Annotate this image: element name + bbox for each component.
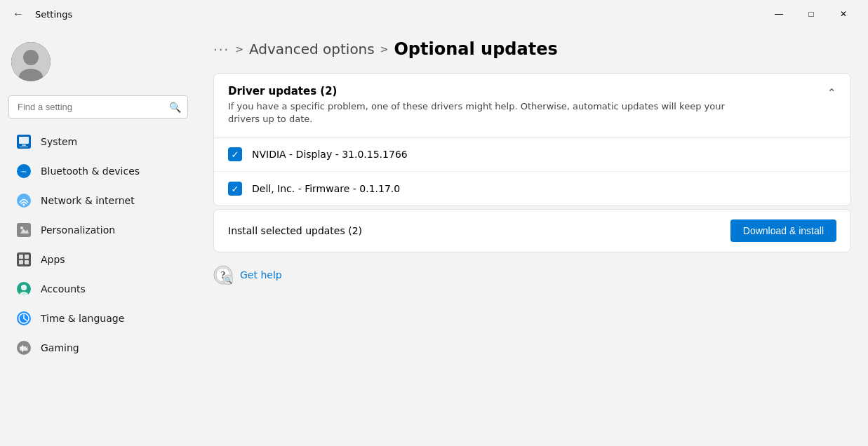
content-area: ··· > Advanced options > Optional update… xyxy=(196,28,868,446)
maximize-button[interactable]: □ xyxy=(795,3,827,25)
window-controls: — □ ✕ xyxy=(763,3,860,25)
svg-point-10 xyxy=(23,204,25,206)
install-footer: Install selected updates (2) Download & … xyxy=(213,209,851,252)
svg-rect-6 xyxy=(20,147,28,147)
search-input[interactable] xyxy=(8,95,188,119)
sidebar-label-network: Network & internet xyxy=(41,195,135,206)
user-profile xyxy=(0,34,196,95)
sidebar-label-system: System xyxy=(41,136,77,147)
driver-item-dell: ✓ Dell, Inc. - Firmware - 0.1.17.0 xyxy=(214,172,850,205)
driver-updates-subtitle: If you have a specific problem, one of t… xyxy=(228,100,733,126)
driver-updates-card: Driver updates (2) If you have a specifi… xyxy=(213,73,851,206)
sidebar-label-bluetooth: Bluetooth & devices xyxy=(41,165,140,177)
svg-text:🔍: 🔍 xyxy=(225,276,233,285)
svg-rect-4 xyxy=(19,137,29,144)
sidebar-item-time[interactable]: Time & language xyxy=(6,304,191,332)
network-icon xyxy=(17,194,31,208)
svg-point-29 xyxy=(27,348,29,349)
help-icon: ? 🔍 xyxy=(213,265,233,285)
driver-updates-header[interactable]: Driver updates (2) If you have a specifi… xyxy=(214,74,850,137)
checkbox-nvidia[interactable]: ✓ xyxy=(228,147,242,161)
driver-label-dell: Dell, Inc. - Firmware - 0.1.17.0 xyxy=(252,183,400,194)
breadcrumb: ··· > Advanced options > Optional update… xyxy=(213,39,851,59)
sidebar-label-gaming: Gaming xyxy=(41,342,79,353)
sidebar-item-personalization[interactable]: Personalization xyxy=(6,216,191,244)
back-button[interactable]: ← xyxy=(8,6,28,22)
chevron-up-icon: ⌃ xyxy=(827,86,836,100)
title-bar: ← Settings — □ ✕ xyxy=(0,0,868,28)
get-help-section: ? 🔍 Get help xyxy=(213,265,851,285)
driver-item-nvidia: ✓ NVIDIA - Display - 31.0.15.1766 xyxy=(214,137,850,172)
sidebar-label-personalization: Personalization xyxy=(41,224,115,236)
svg-rect-14 xyxy=(19,255,23,259)
install-selected-text: Install selected updates (2) xyxy=(228,225,362,236)
svg-rect-27 xyxy=(22,345,23,352)
close-button[interactable]: ✕ xyxy=(827,3,860,25)
svg-rect-16 xyxy=(19,260,23,264)
search-box: 🔍 xyxy=(8,95,188,119)
apps-icon xyxy=(17,252,31,266)
checkbox-dell[interactable]: ✓ xyxy=(228,182,242,196)
sidebar-item-accounts[interactable]: Accounts xyxy=(6,275,191,303)
breadcrumb-sep-1: > xyxy=(235,43,243,55)
system-icon xyxy=(17,135,31,149)
sidebar-item-bluetooth[interactable]: ⎓ Bluetooth & devices xyxy=(6,157,191,185)
gaming-icon xyxy=(17,341,31,355)
svg-text:⎓: ⎓ xyxy=(21,166,27,177)
driver-label-nvidia: NVIDIA - Display - 31.0.15.1766 xyxy=(252,149,408,160)
svg-point-19 xyxy=(21,285,27,290)
breadcrumb-ellipsis: ··· xyxy=(213,42,229,57)
sidebar-item-gaming[interactable]: Gaming xyxy=(6,334,191,362)
get-help-link[interactable]: Get help xyxy=(240,269,282,281)
title-bar-left: ← Settings xyxy=(8,6,72,22)
avatar xyxy=(11,42,51,81)
personalization-icon xyxy=(17,223,31,237)
sidebar-label-apps: Apps xyxy=(41,254,65,265)
svg-point-12 xyxy=(20,227,23,229)
app-body: 🔍 System ⎓ Bluetooth & devices xyxy=(0,28,868,446)
window-title: Settings xyxy=(35,9,72,20)
sidebar-item-apps[interactable]: Apps xyxy=(6,245,191,273)
breadcrumb-current: Optional updates xyxy=(394,39,557,59)
time-icon xyxy=(17,311,31,325)
bluetooth-icon: ⎓ xyxy=(17,164,31,178)
breadcrumb-advanced-options[interactable]: Advanced options xyxy=(249,41,375,58)
svg-rect-5 xyxy=(22,144,26,146)
sidebar-item-system[interactable]: System xyxy=(6,128,191,156)
minimize-button[interactable]: — xyxy=(763,3,795,25)
sidebar: 🔍 System ⎓ Bluetooth & devices xyxy=(0,28,196,446)
svg-rect-13 xyxy=(17,252,31,266)
accounts-icon xyxy=(17,282,31,296)
sidebar-label-time: Time & language xyxy=(41,313,124,324)
sidebar-label-accounts: Accounts xyxy=(41,283,86,295)
download-install-button[interactable]: Download & install xyxy=(730,219,836,242)
svg-point-28 xyxy=(26,346,27,348)
svg-rect-17 xyxy=(25,260,29,264)
svg-point-1 xyxy=(23,50,39,65)
svg-rect-15 xyxy=(25,255,29,259)
driver-updates-title: Driver updates (2) xyxy=(228,85,733,97)
sidebar-item-network[interactable]: Network & internet xyxy=(6,187,191,215)
breadcrumb-sep-2: > xyxy=(380,43,389,55)
